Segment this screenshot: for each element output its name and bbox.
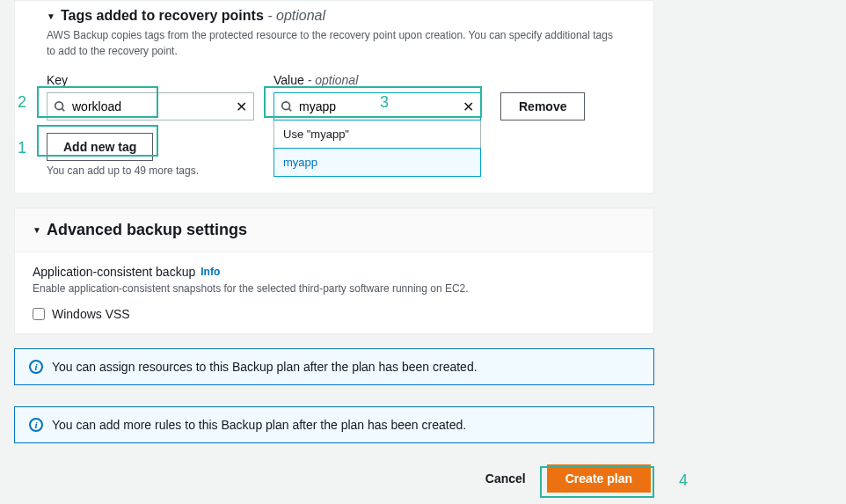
search-icon <box>281 100 293 113</box>
tag-value-input[interactable] <box>273 92 481 121</box>
info-link[interactable]: Info <box>201 266 220 278</box>
dropdown-option-myapp[interactable]: myapp <box>273 148 481 177</box>
info-icon: i <box>29 418 43 432</box>
tag-key-input[interactable] <box>47 92 254 121</box>
tags-section-title: Tags added to recovery points - optional <box>61 8 325 24</box>
key-column-label: Key <box>47 73 254 87</box>
app-backup-title: Application-consistent backup <box>33 265 195 279</box>
windows-vss-label: Windows VSS <box>52 307 130 321</box>
key-input-wrap: ✕ <box>47 92 254 121</box>
create-plan-button[interactable]: Create plan <box>547 464 651 493</box>
add-new-tag-button[interactable]: Add new tag <box>47 133 153 161</box>
tags-section-panel: ▼ Tags added to recovery points - option… <box>14 0 654 194</box>
caret-down-icon[interactable]: ▼ <box>33 225 41 235</box>
dropdown-use-option[interactable]: Use "myapp" <box>274 121 480 149</box>
tags-section-desc: AWS Backup copies tags from the protecte… <box>47 27 622 59</box>
footer-buttons: Cancel Create plan <box>14 464 654 493</box>
search-icon <box>54 100 66 113</box>
value-autocomplete-dropdown: Use "myapp" myapp <box>273 121 481 177</box>
info-box-rules-text: You can add more rules to this Backup pl… <box>52 418 466 432</box>
info-box-resources-text: You can assign resources to this Backup … <box>52 360 478 374</box>
clear-key-icon[interactable]: ✕ <box>236 99 247 115</box>
clear-value-icon[interactable]: ✕ <box>463 99 474 115</box>
svg-point-0 <box>55 102 63 110</box>
remove-button[interactable]: Remove <box>500 92 585 121</box>
advanced-settings-title: Advanced backup settings <box>47 221 247 239</box>
caret-down-icon[interactable]: ▼ <box>47 11 55 21</box>
value-column-label: Value - optional <box>273 73 481 87</box>
info-box-rules: i You can add more rules to this Backup … <box>14 406 654 443</box>
annotation-4: 4 <box>679 471 688 490</box>
svg-point-1 <box>282 102 290 110</box>
value-input-wrap: ✕ <box>273 92 481 121</box>
windows-vss-checkbox[interactable] <box>33 308 45 320</box>
cancel-button[interactable]: Cancel <box>475 466 536 491</box>
info-icon: i <box>29 360 43 374</box>
info-box-resources: i You can assign resources to this Backu… <box>14 348 654 385</box>
app-backup-desc: Enable application-consistent snapshots … <box>33 281 636 296</box>
advanced-settings-panel: ▼ Advanced backup settings Application-c… <box>14 208 654 334</box>
